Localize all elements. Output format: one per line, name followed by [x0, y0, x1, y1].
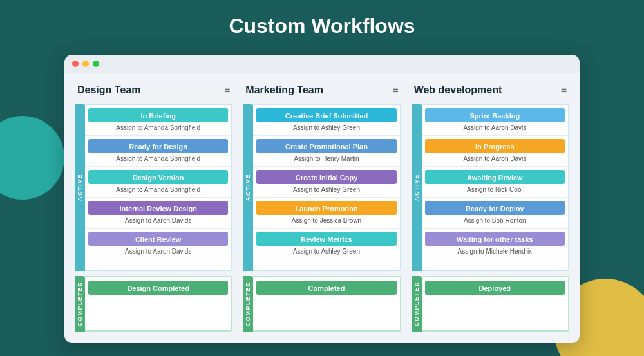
active-cards-design-team: In BriefingAssign to Amanda SpringfieldR… [85, 104, 232, 271]
browser-dot-red [72, 61, 79, 67]
card-design-team-4[interactable]: Client ReviewAssign to Aaron Davids [85, 229, 231, 259]
card-header-marketing-team-4: Review Metrics [256, 232, 396, 246]
completed-card-header-marketing-team-0: Completed [256, 281, 396, 295]
card-header-web-development-2: Awaiting Review [425, 170, 565, 184]
completed-cards-web-development: Deployed [422, 276, 569, 332]
card-header-design-team-1: Ready for Design [88, 139, 228, 153]
completed-label-marketing-team: COMPLETED [243, 276, 253, 332]
column-header-design-team: Design Team≡ [75, 84, 232, 96]
card-header-web-development-1: In Progress [425, 139, 565, 153]
card-header-marketing-team-1: Create Promotional Plan [256, 139, 396, 153]
card-header-design-team-4: Client Review [88, 232, 228, 246]
card-header-design-team-2: Design Version [88, 170, 228, 184]
column-title-design-team: Design Team [77, 84, 140, 96]
active-section-marketing-team: ACTIVECreative Brief SubmittedAssign to … [243, 104, 401, 271]
browser-dot-green [93, 61, 99, 67]
completed-label-web-development: COMPLETED [412, 276, 422, 332]
card-assignee-web-development-1: Assign to Aaron Davis [422, 153, 568, 166]
card-design-team-1[interactable]: Ready for DesignAssign to Amanda Springf… [85, 136, 231, 167]
menu-icon-design-team[interactable]: ≡ [224, 84, 230, 96]
completed-label-design-team: COMPLETED [75, 276, 85, 332]
card-assignee-design-team-3: Assign to Aaron Davids [85, 215, 231, 228]
completed-cards-marketing-team: Completed [253, 276, 401, 332]
column-web-development: Web development≡ACTIVESprint BacklogAssi… [412, 84, 569, 332]
card-assignee-marketing-team-3: Assign to Jessica Brown [253, 215, 399, 228]
card-web-development-3[interactable]: Ready for DeployAssign to Bob Ronton [422, 198, 568, 229]
card-header-design-team-3: Internal Review Design [88, 201, 228, 215]
card-header-design-team-0: In Briefing [88, 108, 228, 122]
completed-card-design-team-0[interactable]: Design Completed [85, 277, 231, 295]
active-cards-marketing-team: Creative Brief SubmittedAssign to Ashley… [253, 104, 401, 271]
column-header-web-development: Web development≡ [412, 84, 569, 96]
active-section-design-team: ACTIVEIn BriefingAssign to Amanda Spring… [75, 104, 232, 271]
card-marketing-team-3[interactable]: Launch PromotionAssign to Jessica Brown [253, 198, 399, 229]
card-assignee-web-development-2: Assign to Nick Cool [422, 184, 568, 197]
card-web-development-2[interactable]: Awaiting ReviewAssign to Nick Cool [422, 167, 568, 198]
completed-card-header-web-development-0: Deployed [425, 281, 565, 295]
card-marketing-team-0[interactable]: Creative Brief SubmittedAssign to Ashley… [253, 105, 399, 136]
card-header-web-development-0: Sprint Backlog [425, 108, 565, 122]
card-header-marketing-team-3: Launch Promotion [256, 201, 396, 215]
active-label-design-team: ACTIVE [75, 104, 85, 271]
card-assignee-design-team-4: Assign to Aaron Davids [85, 246, 231, 259]
card-marketing-team-1[interactable]: Create Promotional PlanAssign to Henry M… [253, 136, 399, 167]
completed-card-marketing-team-0[interactable]: Completed [253, 277, 399, 295]
active-cards-web-development: Sprint BacklogAssign to Aaron DavisIn Pr… [422, 104, 569, 271]
card-header-web-development-3: Ready for Deploy [425, 201, 565, 215]
card-design-team-3[interactable]: Internal Review DesignAssign to Aaron Da… [85, 198, 231, 229]
card-assignee-web-development-0: Assign to Aaron Davis [422, 122, 568, 135]
card-web-development-4[interactable]: Waiting for other tasksAssign to Michele… [422, 229, 568, 259]
completed-cards-design-team: Design Completed [85, 276, 232, 332]
menu-icon-marketing-team[interactable]: ≡ [392, 84, 398, 96]
card-assignee-marketing-team-1: Assign to Henry Martin [253, 153, 399, 166]
column-design-team: Design Team≡ACTIVEIn BriefingAssign to A… [75, 84, 232, 332]
browser-window: Design Team≡ACTIVEIn BriefingAssign to A… [64, 55, 580, 343]
card-header-marketing-team-2: Create Initial Copy [256, 170, 396, 184]
card-header-marketing-team-0: Creative Brief Submitted [256, 108, 396, 122]
active-label-marketing-team: ACTIVE [243, 104, 253, 271]
browser-bar [64, 55, 580, 73]
column-marketing-team: Marketing Team≡ACTIVECreative Brief Subm… [243, 84, 401, 332]
page-title: Custom Workflows [0, 0, 644, 48]
completed-card-header-design-team-0: Design Completed [88, 281, 228, 295]
card-assignee-design-team-1: Assign to Amanda Springfield [85, 153, 231, 166]
bg-decoration-teal [0, 116, 64, 200]
menu-icon-web-development[interactable]: ≡ [561, 84, 567, 96]
completed-card-web-development-0[interactable]: Deployed [422, 277, 568, 295]
completed-section-design-team: COMPLETEDDesign Completed [75, 276, 232, 332]
card-web-development-1[interactable]: In ProgressAssign to Aaron Davis [422, 136, 568, 167]
column-header-marketing-team: Marketing Team≡ [243, 84, 401, 96]
card-assignee-web-development-3: Assign to Bob Ronton [422, 215, 568, 228]
card-web-development-0[interactable]: Sprint BacklogAssign to Aaron Davis [422, 105, 568, 136]
active-section-web-development: ACTIVESprint BacklogAssign to Aaron Davi… [412, 104, 569, 271]
completed-section-web-development: COMPLETEDDeployed [412, 276, 569, 332]
card-design-team-0[interactable]: In BriefingAssign to Amanda Springfield [85, 105, 231, 136]
column-title-marketing-team: Marketing Team [245, 84, 323, 96]
card-marketing-team-4[interactable]: Review MetricsAssign to Ashley Green [253, 229, 399, 259]
completed-section-marketing-team: COMPLETEDCompleted [243, 276, 401, 332]
card-header-web-development-4: Waiting for other tasks [425, 232, 565, 246]
browser-dot-yellow [82, 61, 89, 67]
card-assignee-marketing-team-2: Assign to Ashley Green [253, 184, 399, 197]
card-assignee-design-team-2: Assign to Amanda Springfield [85, 184, 231, 197]
card-assignee-web-development-4: Assign to Michele Hendrix [422, 246, 568, 259]
card-marketing-team-2[interactable]: Create Initial CopyAssign to Ashley Gree… [253, 167, 399, 198]
column-title-web-development: Web development [414, 84, 502, 96]
card-design-team-2[interactable]: Design VersionAssign to Amanda Springfie… [85, 167, 231, 198]
board-area: Design Team≡ACTIVEIn BriefingAssign to A… [64, 73, 580, 343]
active-label-web-development: ACTIVE [412, 104, 422, 271]
card-assignee-marketing-team-0: Assign to Ashley Green [253, 122, 399, 135]
card-assignee-design-team-0: Assign to Amanda Springfield [85, 122, 231, 135]
card-assignee-marketing-team-4: Assign to Ashley Green [253, 246, 399, 259]
